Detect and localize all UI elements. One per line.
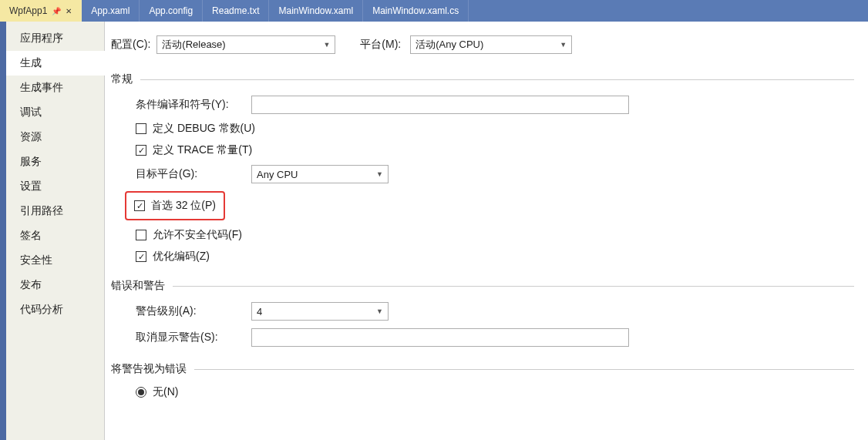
workspace: 应用程序 生成 生成事件 调试 资源 服务 设置 引用路径 签名 安全性 发布 … <box>0 22 868 440</box>
define-debug-checkbox[interactable] <box>136 123 146 134</box>
section-errors-warnings: 错误和警告 <box>111 279 868 293</box>
project-properties-sidebar: 应用程序 生成 生成事件 调试 资源 服务 设置 引用路径 签名 安全性 发布 … <box>6 22 105 440</box>
dropdown-value: 活动(Release) <box>162 38 225 52</box>
warning-level-label: 警告级别(A): <box>136 304 251 318</box>
suppress-warnings-label: 取消显示警告(S): <box>136 331 251 344</box>
conditional-symbols-label: 条件编译和符号(Y): <box>136 98 251 112</box>
prefer-32bit-label: 首选 32 位(P) <box>151 199 216 213</box>
build-settings-panel: 配置(C): 活动(Release) ▼ 平台(M): 活动(Any CPU) … <box>105 22 868 440</box>
tool-window-rail[interactable] <box>0 22 6 440</box>
prefer-32bit-checkbox[interactable] <box>134 200 145 211</box>
tab-label: WpfApp1 <box>9 5 47 16</box>
sidebar-item-application[interactable]: 应用程序 <box>6 26 104 51</box>
treat-warnings-none-radio[interactable] <box>136 387 146 398</box>
chevron-down-icon: ▼ <box>323 41 330 49</box>
tab-label: App.xaml <box>91 5 130 16</box>
sidebar-item-publish[interactable]: 发布 <box>6 273 104 297</box>
allow-unsafe-checkbox[interactable] <box>136 230 146 240</box>
optimize-code-checkbox[interactable] <box>136 251 146 262</box>
warning-level-dropdown[interactable]: 4 ▼ <box>251 302 389 321</box>
section-general: 常规 <box>111 72 868 86</box>
sidebar-item-build[interactable]: 生成 <box>6 51 104 76</box>
tab-label: App.config <box>149 5 193 16</box>
platform-dropdown[interactable]: 活动(Any CPU) ▼ <box>410 35 572 54</box>
section-title: 常规 <box>111 72 133 86</box>
tab-label: Readme.txt <box>212 5 259 16</box>
tab-mainwindow-xaml[interactable]: MainWindow.xaml <box>269 0 363 22</box>
dropdown-value: 4 <box>257 306 262 317</box>
sidebar-item-signing[interactable]: 签名 <box>6 223 104 248</box>
target-platform-label: 目标平台(G): <box>136 167 251 181</box>
dropdown-value: 活动(Any CPU) <box>415 38 483 52</box>
chevron-down-icon: ▼ <box>376 307 383 315</box>
tab-label: MainWindow.xaml <box>278 5 353 16</box>
tab-mainwindow-xaml-cs[interactable]: MainWindow.xaml.cs <box>363 0 469 22</box>
config-platform-row: 配置(C): 活动(Release) ▼ 平台(M): 活动(Any CPU) … <box>105 35 868 54</box>
dropdown-value: Any CPU <box>257 169 298 180</box>
optimize-code-label: 优化编码(Z) <box>153 250 210 264</box>
suppress-warnings-input[interactable] <box>251 328 629 347</box>
define-debug-label: 定义 DEBUG 常数(U) <box>153 122 255 136</box>
tab-app-config[interactable]: App.config <box>140 0 203 22</box>
chevron-down-icon: ▼ <box>376 170 383 178</box>
target-platform-dropdown[interactable]: Any CPU ▼ <box>251 165 389 183</box>
document-tab-bar: WpfApp1 📌 ✕ App.xaml App.config Readme.t… <box>0 0 868 22</box>
treat-warnings-none-label: 无(N) <box>153 385 178 399</box>
allow-unsafe-label: 允许不安全代码(F) <box>153 228 242 242</box>
define-trace-checkbox[interactable] <box>136 145 146 156</box>
platform-label: 平台(M): <box>360 38 401 52</box>
sidebar-item-resources[interactable]: 资源 <box>6 125 104 149</box>
sidebar-item-reference-paths[interactable]: 引用路径 <box>6 199 104 223</box>
configuration-label: 配置(C): <box>111 38 150 52</box>
chevron-down-icon: ▼ <box>560 41 567 49</box>
sidebar-item-settings[interactable]: 设置 <box>6 174 104 199</box>
configuration-dropdown[interactable]: 活动(Release) ▼ <box>156 35 335 54</box>
define-trace-label: 定义 TRACE 常量(T) <box>153 143 252 157</box>
prefer-32bit-highlight: 首选 32 位(P) <box>125 191 225 220</box>
section-title: 将警告视为错误 <box>111 362 187 376</box>
tab-app-xaml[interactable]: App.xaml <box>82 0 140 22</box>
section-title: 错误和警告 <box>111 279 165 293</box>
sidebar-item-build-events[interactable]: 生成事件 <box>6 76 104 100</box>
sidebar-item-debug[interactable]: 调试 <box>6 100 104 125</box>
tab-readme[interactable]: Readme.txt <box>203 0 269 22</box>
tab-label: MainWindow.xaml.cs <box>372 5 459 16</box>
sidebar-item-services[interactable]: 服务 <box>6 149 104 174</box>
conditional-symbols-input[interactable] <box>251 96 629 114</box>
section-treat-warnings: 将警告视为错误 <box>111 362 868 376</box>
sidebar-item-code-analysis[interactable]: 代码分析 <box>6 297 104 322</box>
divider <box>194 369 854 370</box>
pin-icon[interactable]: 📌 <box>52 7 61 15</box>
divider <box>173 286 854 287</box>
tab-wpfapp1[interactable]: WpfApp1 📌 ✕ <box>0 0 82 22</box>
close-icon[interactable]: ✕ <box>66 7 72 15</box>
divider <box>140 79 854 80</box>
sidebar-item-security[interactable]: 安全性 <box>6 248 104 273</box>
